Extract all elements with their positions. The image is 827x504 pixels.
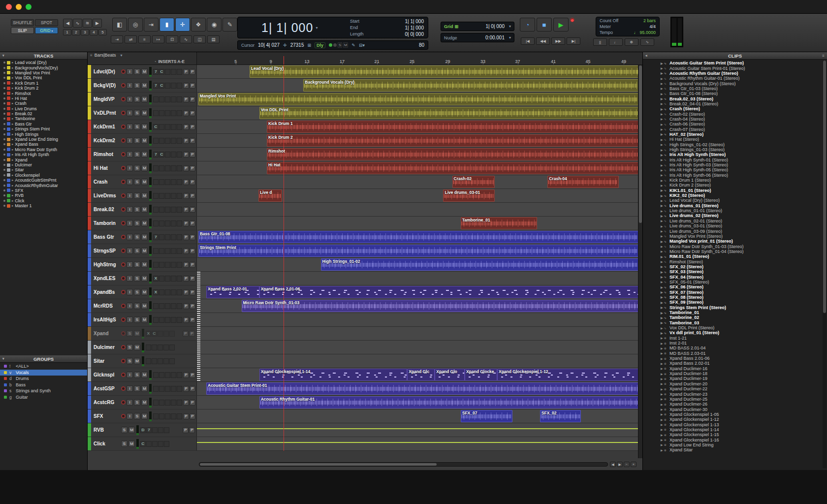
- insert-slot[interactable]: [177, 289, 182, 295]
- insert-slot[interactable]: [177, 386, 182, 392]
- clips-list-item[interactable]: ▶∿Acoustic Guitar Stem Print-01 (Stereo): [643, 65, 822, 70]
- insert-slot[interactable]: [171, 179, 176, 185]
- track-name[interactable]: AcstcRG: [92, 400, 120, 405]
- tracks-list-item[interactable]: ▸Dulcimer: [0, 162, 87, 167]
- playlist-button[interactable]: P: [190, 152, 195, 158]
- tempo-ruler-button[interactable]: ∿: [640, 38, 654, 46]
- audio-clip[interactable]: Live drums_03-01: [443, 189, 495, 202]
- insert-slot[interactable]: [165, 69, 170, 75]
- chevron-down-icon[interactable]: ▾: [509, 35, 511, 40]
- zoom-preset-4[interactable]: 4: [90, 29, 98, 35]
- input-monitor-button[interactable]: I: [127, 192, 133, 199]
- playlist-button[interactable]: P: [183, 124, 189, 130]
- audio-clip[interactable]: Rimshot: [267, 148, 639, 160]
- audio-clip[interactable]: Live d: [258, 189, 282, 202]
- playlist-button[interactable]: P: [183, 138, 189, 144]
- record-enable-button[interactable]: [121, 207, 126, 212]
- input-monitor-button[interactable]: I: [127, 82, 133, 89]
- tracks-list-item[interactable]: ▸Micro Raw Dotr Synth: [0, 147, 87, 152]
- insert-slot[interactable]: [171, 83, 176, 89]
- delay-compensation-badge[interactable]: Dly: [315, 42, 325, 48]
- solo-button[interactable]: S: [134, 303, 140, 309]
- clips-list-item[interactable]: ▶∿Crash-04 (Stereo): [643, 117, 822, 122]
- playlist-button[interactable]: P: [190, 110, 195, 116]
- playlist-button[interactable]: P: [183, 83, 189, 89]
- insert-slot[interactable]: [171, 303, 176, 309]
- insert-slot[interactable]: [153, 386, 159, 392]
- clips-list-item[interactable]: ▶∿Iris Alt High Synth-05 (Stereo): [643, 167, 822, 172]
- tracks-list-item[interactable]: ▸Live Drums: [0, 106, 87, 111]
- track-name[interactable]: Glcknspl: [92, 372, 120, 378]
- input-monitor-button[interactable]: I: [127, 96, 133, 102]
- grid-value[interactable]: 1| 0| 000: [485, 24, 505, 29]
- insert-slot[interactable]: [159, 110, 164, 116]
- insert-slot[interactable]: [153, 317, 159, 323]
- playlist-button[interactable]: P: [190, 96, 195, 102]
- solo-button[interactable]: S: [134, 220, 140, 226]
- track-show-dot[interactable]: [3, 174, 5, 176]
- insert-slot[interactable]: [153, 400, 159, 406]
- track-show-dot[interactable]: [3, 143, 5, 145]
- tab-to-transient-toggle[interactable]: ⇥: [111, 35, 123, 43]
- mute-button[interactable]: M: [134, 358, 140, 364]
- insert-slot[interactable]: [159, 207, 164, 213]
- maximize-button[interactable]: [26, 4, 32, 10]
- playlist-button[interactable]: P: [183, 400, 189, 406]
- record-enable-button[interactable]: [121, 235, 126, 239]
- record-enable-button[interactable]: [121, 290, 126, 294]
- insert-slot[interactable]: [153, 303, 159, 309]
- track-show-dot[interactable]: [3, 113, 5, 115]
- clips-list-item[interactable]: ▶∿Live drums_02-01 (Stereo): [643, 219, 822, 223]
- insert-slot[interactable]: [159, 234, 164, 240]
- insert-slot[interactable]: [171, 372, 176, 378]
- solo-button[interactable]: S: [134, 206, 140, 213]
- track-lane[interactable]: Vox DDL Print: [197, 106, 642, 120]
- solo-button[interactable]: S: [134, 96, 140, 102]
- track-lane[interactable]: Xpand Bass 2.02-01Xpand Bass 2.01-06: [197, 285, 642, 299]
- close-button[interactable]: [6, 4, 12, 10]
- clips-list-item[interactable]: ▶⊕Xpand Low End String: [643, 442, 822, 447]
- clips-list-item[interactable]: ▶∿Crash-02 (Stereo): [643, 111, 822, 116]
- insert-slot[interactable]: [165, 179, 170, 185]
- solo-button[interactable]: S: [127, 344, 133, 350]
- clips-list-item[interactable]: ▶∿Live drums_03-01 (Stereo): [643, 223, 822, 228]
- bars-beats-ruler[interactable]: 5913172125293337414549: [197, 52, 642, 64]
- tracks-list-item[interactable]: ▸Break.02: [0, 111, 87, 116]
- track-show-dot[interactable]: [3, 72, 5, 74]
- insert-slot[interactable]: X: [153, 289, 159, 295]
- link-track-selection-button[interactable]: ≡: [138, 35, 151, 43]
- audio-clip[interactable]: Bass Gtr_01-08: [198, 231, 640, 243]
- clips-list-item[interactable]: ▶⊕Xpand Duclimer-25: [643, 397, 822, 402]
- edit-mode-spot[interactable]: SPOT: [35, 19, 58, 26]
- clips-list-item[interactable]: ▶⊕Xpand Duclimer-23: [643, 391, 822, 396]
- clips-list-item[interactable]: ▶∿SFX_09 (Stereo): [643, 300, 822, 305]
- midi-clip[interactable]: Xpand Glocke: [465, 369, 497, 381]
- clips-list-item[interactable]: ▶∿Live drums_01-01 (Stereo): [643, 208, 822, 213]
- clips-list-item[interactable]: ▶⊕Xpand Duclimer-18: [643, 371, 822, 376]
- clips-list-item[interactable]: ▶∿Micro Raw Dotr Synth_01-03 (Stereo): [643, 244, 822, 249]
- insert-slot[interactable]: [171, 207, 176, 213]
- clips-list-item[interactable]: ▶⊕MD BASS 2.03-01: [643, 351, 822, 356]
- track-name[interactable]: Ldvcl(Dr): [92, 69, 120, 74]
- tracks-panel-header[interactable]: ▾ TRACKS: [0, 52, 87, 60]
- insert-slot[interactable]: [153, 220, 159, 226]
- tracks-list-item[interactable]: ▸BackgroundVocls(Dry): [0, 65, 87, 70]
- insert-slot[interactable]: C: [159, 152, 164, 158]
- playlist-button[interactable]: P: [190, 372, 195, 378]
- clips-list-item[interactable]: ▶∿RIM.01_01 (Stereo): [643, 254, 822, 259]
- playlist-button[interactable]: P: [190, 69, 195, 75]
- clips-list-item[interactable]: ▶∿SFX_03 (Stereo): [643, 269, 822, 274]
- playlist-button[interactable]: P: [190, 207, 195, 213]
- tracks-list-item[interactable]: ▸SFX: [0, 188, 87, 193]
- insert-slot[interactable]: [177, 152, 182, 158]
- input-monitor-button[interactable]: I: [127, 110, 133, 116]
- insert-slot[interactable]: [171, 220, 176, 226]
- insert-slot[interactable]: [177, 124, 182, 130]
- track-lane[interactable]: Acoustic Guitar Stem Print-01: [197, 382, 642, 395]
- scrubber-tool[interactable]: ◉: [207, 18, 222, 32]
- insert-slot[interactable]: [152, 358, 157, 364]
- insert-slot[interactable]: [159, 386, 164, 392]
- track-show-dot[interactable]: [3, 67, 5, 69]
- track-lane[interactable]: SFX_07SFX_02: [197, 410, 642, 423]
- audio-clip[interactable]: Crash-02: [452, 176, 495, 188]
